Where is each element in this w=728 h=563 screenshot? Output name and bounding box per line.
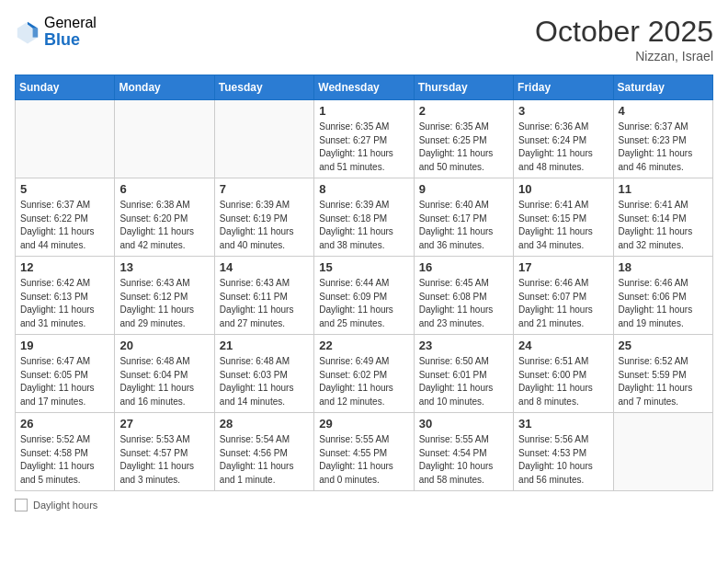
calendar-cell: 1Sunrise: 6:35 AM Sunset: 6:27 PM Daylig… <box>314 100 414 178</box>
logo-text: General Blue <box>44 15 97 49</box>
calendar-cell: 5Sunrise: 6:37 AM Sunset: 6:22 PM Daylig… <box>16 178 115 257</box>
day-number: 18 <box>619 260 708 274</box>
calendar-cell: 25Sunrise: 6:52 AM Sunset: 5:59 PM Dayli… <box>613 335 712 413</box>
day-info: Sunrise: 6:35 AM Sunset: 6:25 PM Dayligh… <box>419 121 508 174</box>
svg-marker-2 <box>33 28 39 37</box>
calendar-week-0: 1Sunrise: 6:35 AM Sunset: 6:27 PM Daylig… <box>16 100 713 178</box>
day-info: Sunrise: 6:43 AM Sunset: 6:11 PM Dayligh… <box>220 277 309 330</box>
day-number: 30 <box>419 417 508 431</box>
calendar-cell: 15Sunrise: 6:44 AM Sunset: 6:09 PM Dayli… <box>314 257 414 335</box>
calendar-cell <box>613 413 712 491</box>
footer: Daylight hours <box>15 499 713 511</box>
calendar-cell: 2Sunrise: 6:35 AM Sunset: 6:25 PM Daylig… <box>414 100 513 178</box>
calendar-cell: 6Sunrise: 6:38 AM Sunset: 6:20 PM Daylig… <box>115 178 214 257</box>
calendar-cell: 14Sunrise: 6:43 AM Sunset: 6:11 PM Dayli… <box>214 257 313 335</box>
day-info: Sunrise: 6:45 AM Sunset: 6:08 PM Dayligh… <box>419 277 508 330</box>
day-number: 29 <box>319 417 408 431</box>
day-info: Sunrise: 5:56 AM Sunset: 4:53 PM Dayligh… <box>518 433 608 487</box>
daylight-box <box>15 499 28 511</box>
calendar-cell: 28Sunrise: 5:54 AM Sunset: 4:56 PM Dayli… <box>214 413 313 491</box>
day-info: Sunrise: 6:43 AM Sunset: 6:12 PM Dayligh… <box>119 277 209 330</box>
day-number: 12 <box>20 260 109 274</box>
day-info: Sunrise: 6:46 AM Sunset: 6:06 PM Dayligh… <box>619 277 708 330</box>
calendar-cell: 31Sunrise: 5:56 AM Sunset: 4:53 PM Dayli… <box>514 413 613 491</box>
day-info: Sunrise: 6:44 AM Sunset: 6:09 PM Dayligh… <box>319 277 408 330</box>
day-number: 8 <box>319 182 408 196</box>
calendar-cell: 11Sunrise: 6:41 AM Sunset: 6:14 PM Dayli… <box>613 178 712 257</box>
day-number: 19 <box>20 339 109 352</box>
location: Nizzan, Israel <box>535 49 713 63</box>
day-info: Sunrise: 6:46 AM Sunset: 6:07 PM Dayligh… <box>518 277 608 330</box>
day-number: 23 <box>419 339 508 352</box>
calendar-cell: 23Sunrise: 6:50 AM Sunset: 6:01 PM Dayli… <box>414 335 513 413</box>
day-info: Sunrise: 6:41 AM Sunset: 6:15 PM Dayligh… <box>518 199 608 252</box>
calendar-cell: 12Sunrise: 6:42 AM Sunset: 6:13 PM Dayli… <box>16 257 115 335</box>
day-info: Sunrise: 6:37 AM Sunset: 6:23 PM Dayligh… <box>619 121 708 174</box>
calendar-week-2: 12Sunrise: 6:42 AM Sunset: 6:13 PM Dayli… <box>16 257 713 335</box>
weekday-friday: Friday <box>514 75 613 100</box>
day-info: Sunrise: 6:39 AM Sunset: 6:19 PM Dayligh… <box>220 199 309 252</box>
day-info: Sunrise: 5:52 AM Sunset: 4:58 PM Dayligh… <box>20 433 109 487</box>
weekday-tuesday: Tuesday <box>214 75 313 100</box>
day-number: 2 <box>419 104 508 118</box>
day-info: Sunrise: 6:40 AM Sunset: 6:17 PM Dayligh… <box>419 199 508 252</box>
weekday-header-row: SundayMondayTuesdayWednesdayThursdayFrid… <box>16 75 713 100</box>
page-header: General Blue October 2025 Nizzan, Israel <box>15 15 713 63</box>
day-info: Sunrise: 6:52 AM Sunset: 5:59 PM Dayligh… <box>619 355 708 408</box>
calendar-cell: 3Sunrise: 6:36 AM Sunset: 6:24 PM Daylig… <box>514 100 613 178</box>
day-info: Sunrise: 6:51 AM Sunset: 6:00 PM Dayligh… <box>518 355 608 408</box>
calendar-cell: 10Sunrise: 6:41 AM Sunset: 6:15 PM Dayli… <box>514 178 613 257</box>
day-number: 26 <box>20 417 109 431</box>
calendar-cell: 8Sunrise: 6:39 AM Sunset: 6:18 PM Daylig… <box>314 178 414 257</box>
calendar-cell: 21Sunrise: 6:48 AM Sunset: 6:03 PM Dayli… <box>214 335 313 413</box>
day-number: 27 <box>119 417 209 431</box>
day-number: 14 <box>220 260 309 274</box>
day-info: Sunrise: 5:55 AM Sunset: 4:54 PM Dayligh… <box>419 433 508 487</box>
day-info: Sunrise: 6:37 AM Sunset: 6:22 PM Dayligh… <box>20 199 109 252</box>
calendar-week-1: 5Sunrise: 6:37 AM Sunset: 6:22 PM Daylig… <box>16 178 713 257</box>
calendar-table: SundayMondayTuesdayWednesdayThursdayFrid… <box>15 75 713 491</box>
day-number: 4 <box>619 104 708 118</box>
day-number: 13 <box>119 260 209 274</box>
calendar-cell: 7Sunrise: 6:39 AM Sunset: 6:19 PM Daylig… <box>214 178 313 257</box>
day-info: Sunrise: 6:41 AM Sunset: 6:14 PM Dayligh… <box>619 199 708 252</box>
day-info: Sunrise: 6:50 AM Sunset: 6:01 PM Dayligh… <box>419 355 508 408</box>
weekday-saturday: Saturday <box>613 75 712 100</box>
day-number: 20 <box>119 339 209 352</box>
calendar-cell: 17Sunrise: 6:46 AM Sunset: 6:07 PM Dayli… <box>514 257 613 335</box>
day-number: 3 <box>518 104 608 118</box>
month-title: October 2025 <box>535 15 713 49</box>
daylight-label: Daylight hours <box>33 500 97 511</box>
day-number: 28 <box>220 417 309 431</box>
weekday-wednesday: Wednesday <box>314 75 414 100</box>
day-info: Sunrise: 6:42 AM Sunset: 6:13 PM Dayligh… <box>20 277 109 330</box>
day-number: 15 <box>319 260 408 274</box>
logo: General Blue <box>15 15 97 49</box>
calendar-cell: 24Sunrise: 6:51 AM Sunset: 6:00 PM Dayli… <box>514 335 613 413</box>
calendar-cell: 16Sunrise: 6:45 AM Sunset: 6:08 PM Dayli… <box>414 257 513 335</box>
day-info: Sunrise: 6:36 AM Sunset: 6:24 PM Dayligh… <box>518 121 608 174</box>
day-info: Sunrise: 6:39 AM Sunset: 6:18 PM Dayligh… <box>319 199 408 252</box>
calendar-week-3: 19Sunrise: 6:47 AM Sunset: 6:05 PM Dayli… <box>16 335 713 413</box>
logo-blue: Blue <box>44 31 97 50</box>
day-number: 22 <box>319 339 408 352</box>
day-number: 9 <box>419 182 508 196</box>
calendar-cell <box>115 100 214 178</box>
calendar-cell <box>16 100 115 178</box>
weekday-thursday: Thursday <box>414 75 513 100</box>
day-number: 25 <box>619 339 708 352</box>
title-block: October 2025 Nizzan, Israel <box>535 15 713 63</box>
calendar-cell: 30Sunrise: 5:55 AM Sunset: 4:54 PM Dayli… <box>414 413 513 491</box>
calendar-cell: 9Sunrise: 6:40 AM Sunset: 6:17 PM Daylig… <box>414 178 513 257</box>
calendar-week-4: 26Sunrise: 5:52 AM Sunset: 4:58 PM Dayli… <box>16 413 713 491</box>
calendar-cell: 4Sunrise: 6:37 AM Sunset: 6:23 PM Daylig… <box>613 100 712 178</box>
day-info: Sunrise: 6:48 AM Sunset: 6:04 PM Dayligh… <box>119 355 209 408</box>
day-info: Sunrise: 6:49 AM Sunset: 6:02 PM Dayligh… <box>319 355 408 408</box>
day-number: 6 <box>119 182 209 196</box>
logo-icon <box>15 19 40 45</box>
day-number: 17 <box>518 260 608 274</box>
calendar-cell: 18Sunrise: 6:46 AM Sunset: 6:06 PM Dayli… <box>613 257 712 335</box>
calendar-cell: 13Sunrise: 6:43 AM Sunset: 6:12 PM Dayli… <box>115 257 214 335</box>
day-number: 31 <box>518 417 608 431</box>
calendar-cell: 29Sunrise: 5:55 AM Sunset: 4:55 PM Dayli… <box>314 413 414 491</box>
